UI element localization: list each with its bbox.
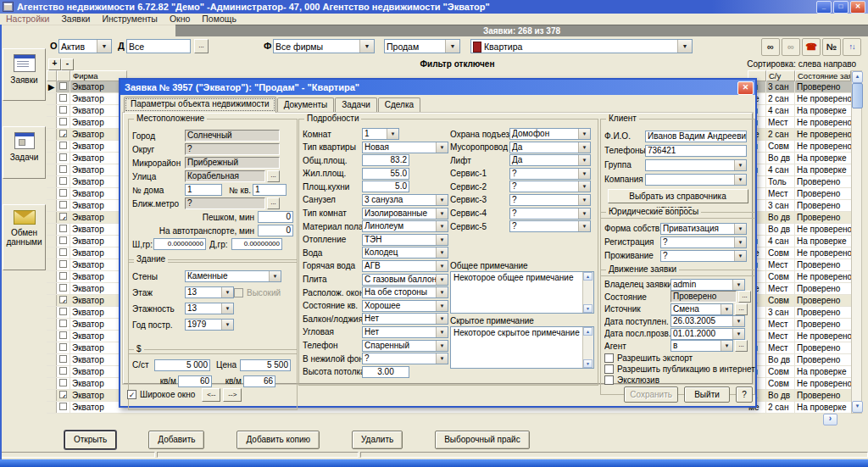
dialog-tab-1[interactable]: Документы <box>277 97 335 112</box>
scroll-down-icon[interactable]: ▼ <box>852 401 863 413</box>
row-checkbox-cell[interactable] <box>57 117 70 128</box>
request-row-left[interactable]: ✓Экватор <box>47 295 127 307</box>
row-checkbox-cell[interactable] <box>57 141 70 152</box>
dropdown-arrow-icon[interactable]: ▼ <box>734 224 746 234</box>
firms-filter-combo[interactable]: Все фирмы ▼ <box>273 39 375 53</box>
request-row-right[interactable]: ме2 санНе проверено <box>748 129 851 141</box>
request-row-left[interactable]: Экватор <box>47 307 127 319</box>
row-checkbox[interactable] <box>59 403 67 410</box>
request-row-left[interactable]: Экватор <box>47 271 127 283</box>
balcony-field[interactable]: Нет▼ <box>362 313 448 325</box>
ownership-form-field[interactable]: Приватизация▼ <box>660 223 747 235</box>
row-checkbox-cell[interactable] <box>57 105 70 116</box>
row-selector-cell[interactable] <box>47 354 57 365</box>
save-button[interactable]: Сохранить <box>624 386 678 403</box>
bottom-button-3[interactable]: Удалить <box>352 431 403 449</box>
bottom-button-4[interactable]: Выборочный прайс <box>435 431 529 449</box>
scroll-up-icon[interactable]: ▲ <box>583 327 593 336</box>
row-selector-cell[interactable] <box>47 378 57 389</box>
row-checkbox-cell[interactable]: ✓ <box>57 295 70 306</box>
dropdown-arrow-icon[interactable]: ▼ <box>436 301 448 311</box>
request-row-left[interactable]: Экватор <box>47 402 127 414</box>
row-selector-cell[interactable] <box>47 366 57 377</box>
request-row-left[interactable]: Экватор <box>47 331 127 342</box>
number-icon[interactable]: № <box>822 38 841 56</box>
row-selector-cell[interactable] <box>47 176 57 187</box>
ceiling-height-field[interactable]: 3.00 <box>362 366 409 378</box>
row-selector-cell[interactable] <box>47 224 57 235</box>
row-checkbox-cell[interactable] <box>57 283 70 294</box>
row-checkbox[interactable] <box>59 153 67 161</box>
request-row-left[interactable]: ✓Экватор <box>47 390 127 402</box>
row-checkbox[interactable] <box>59 379 67 386</box>
row-checkbox-cell[interactable] <box>57 319 70 330</box>
row-checkbox[interactable] <box>59 272 67 280</box>
floor-material-field[interactable]: Линолеум▼ <box>362 220 448 232</box>
row-selector-cell[interactable] <box>47 164 57 175</box>
scroll-up-icon[interactable]: ▲ <box>852 71 863 83</box>
row-checkbox-cell[interactable] <box>57 259 70 270</box>
dropdown-arrow-icon[interactable]: ▼ <box>436 327 448 337</box>
grid-vertical-scrollbar[interactable]: ▲ ▼ <box>851 70 862 414</box>
dropdown-arrow-icon[interactable]: ▼ <box>97 40 111 53</box>
request-row-right[interactable]: Во двНа проверке <box>748 153 851 164</box>
request-row-right[interactable]: ол4 санНа проверке <box>748 164 851 176</box>
request-row-right[interactable]: яМестПроверено <box>748 188 851 200</box>
dialog-tab-3[interactable]: Сделка <box>378 97 420 112</box>
operation-filter-combo[interactable]: Продам ▼ <box>384 39 460 53</box>
row-checkbox-cell[interactable] <box>57 200 70 211</box>
exclusive-checkbox[interactable] <box>604 375 614 385</box>
row-selector-cell[interactable] <box>47 342 57 353</box>
request-row-left[interactable]: Экватор <box>47 200 127 212</box>
ellipsis-button[interactable]: ... <box>735 340 748 352</box>
row-checkbox-cell[interactable] <box>57 402 70 413</box>
row-checkbox-cell[interactable]: ✓ <box>57 390 70 401</box>
grid-horizontal-scrollbar[interactable]: › <box>47 414 851 425</box>
dropdown-arrow-icon[interactable]: ▼ <box>436 287 448 297</box>
help-button[interactable]: ? <box>736 386 753 403</box>
dialog-close-button[interactable]: ✕ <box>737 81 754 95</box>
entrance-security-field[interactable]: Домофон▼ <box>509 128 591 140</box>
request-row-left[interactable]: Экватор <box>47 236 127 247</box>
row-selector-cell[interactable]: ▶ <box>47 81 57 92</box>
ellipsis-button[interactable]: ... <box>735 303 748 315</box>
heating-field[interactable]: ТЭН▼ <box>362 234 448 246</box>
dropdown-arrow-icon[interactable]: ▼ <box>734 237 746 247</box>
city-field[interactable]: Солнечный <box>185 130 280 142</box>
request-row-left[interactable]: Экватор <box>47 354 127 366</box>
rooms-type-field[interactable]: Изолированные▼ <box>362 208 448 220</box>
stove-field[interactable]: С газовым баллоном▼ <box>362 274 448 286</box>
request-row-right[interactable]: ннСовмНе проверено <box>748 141 851 153</box>
phone-icon[interactable]: ☎ <box>802 38 821 56</box>
row-checkbox-cell[interactable] <box>57 378 70 389</box>
row-checkbox[interactable] <box>59 189 67 197</box>
active-filter-combo[interactable]: Актив ▼ <box>58 39 112 53</box>
dropdown-arrow-icon[interactable]: ▼ <box>734 160 746 170</box>
car-minutes-field[interactable]: 0 <box>258 225 293 236</box>
dropdown-arrow-icon[interactable]: ▼ <box>732 280 744 290</box>
request-row-right[interactable]: меСовмНе проверено <box>748 247 851 259</box>
dropdown-arrow-icon[interactable]: ▼ <box>578 221 590 231</box>
sort-updown-icon[interactable]: ↑↓ <box>843 38 861 56</box>
latitude-field[interactable]: 0.00000000 <box>153 238 206 250</box>
row-checkbox[interactable] <box>59 236 67 244</box>
dropdown-arrow-icon[interactable]: ▼ <box>269 271 281 281</box>
date-received-field[interactable]: 26.03.2005▼ <box>670 315 745 327</box>
search-icon[interactable]: ∞ <box>761 38 780 56</box>
menu-item-1[interactable]: Заявки <box>56 14 97 25</box>
row-selector-cell[interactable] <box>47 307 57 318</box>
pick-client-button[interactable]: Выбрать из справочника клиентов... <box>608 189 748 203</box>
dropdown-arrow-icon[interactable]: ▼ <box>578 129 590 139</box>
d-filter-ellipsis-button[interactable]: ... <box>194 39 209 53</box>
row-checkbox[interactable] <box>59 367 67 375</box>
dropdown-arrow-icon[interactable]: ▼ <box>221 287 233 297</box>
row-checkbox-cell[interactable] <box>57 164 70 175</box>
next-record-button[interactable]: --> <box>223 388 242 402</box>
dropdown-arrow-icon[interactable]: ▼ <box>436 247 448 258</box>
row-checkbox[interactable]: ✓ <box>59 130 67 137</box>
request-row-right[interactable]: яВо двПроверено <box>748 354 851 366</box>
request-row-right[interactable]: 3 санПроверено <box>748 200 851 212</box>
microdistrict-field[interactable]: Прибрежный <box>185 157 280 169</box>
request-owner-field[interactable]: admin▼ <box>670 279 745 291</box>
row-checkbox-cell[interactable] <box>57 271 70 282</box>
